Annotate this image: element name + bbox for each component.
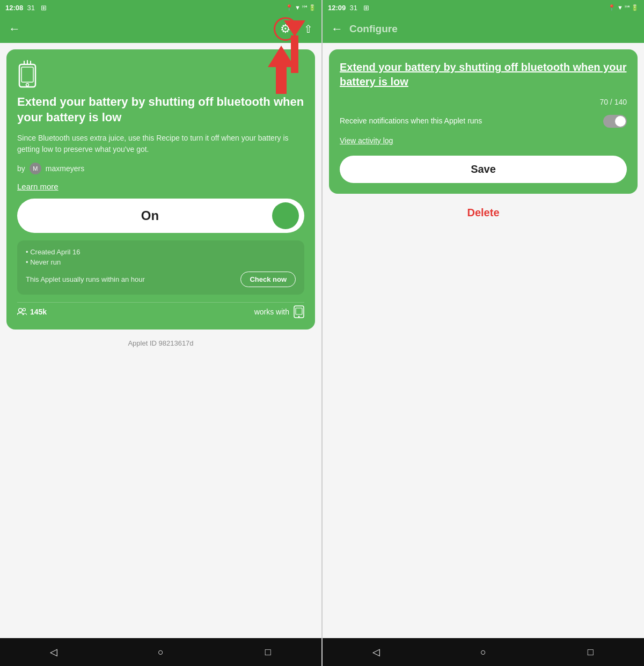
status-bar-right: 12:09 31 ⊞ 📍 ▼ ᴴ⁴ 🔋 bbox=[323, 0, 644, 15]
page-title-right: Configure bbox=[349, 23, 398, 35]
toggle-label: On bbox=[28, 208, 272, 223]
content-left: Extend your battery by shutting off blue… bbox=[0, 43, 321, 638]
content-right: Extend your battery by shutting off blue… bbox=[323, 43, 644, 638]
card-footer: 145k works with bbox=[17, 302, 304, 319]
author-prefix: by bbox=[17, 164, 25, 173]
back-button-right[interactable]: ← bbox=[331, 22, 343, 36]
status-icons-left: 📍 ▼ ᴴ⁴ 🔋 bbox=[286, 4, 316, 11]
card-title-left: Extend your battery by shutting off blue… bbox=[17, 94, 304, 125]
meta-section: • Created April 16 • Never run This Appl… bbox=[17, 240, 304, 295]
save-button[interactable]: Save bbox=[340, 156, 627, 183]
gear-icon: ⚙ bbox=[280, 22, 291, 36]
square-nav-button-right[interactable]: □ bbox=[582, 644, 598, 660]
svg-rect-12 bbox=[296, 308, 302, 314]
svg-point-13 bbox=[298, 316, 300, 318]
svg-point-10 bbox=[23, 309, 26, 311]
view-activity-link[interactable]: View activity log bbox=[340, 136, 627, 145]
nav-bar-left: ← ⚙ ⇧ bbox=[0, 15, 321, 43]
users-count: 145k bbox=[17, 308, 47, 316]
card-description: Since Bluetooth uses extra juice, use th… bbox=[17, 133, 304, 155]
share-button[interactable]: ⇧ bbox=[304, 23, 313, 35]
configure-card-title: Extend your battery by shutting off blue… bbox=[340, 60, 627, 89]
bottom-nav-left: ◁ ○ □ bbox=[0, 638, 321, 666]
bottom-nav-right: ◁ ○ □ bbox=[323, 638, 644, 666]
time-left: 12:08 bbox=[5, 4, 23, 12]
phone-icon-wrapper bbox=[17, 60, 44, 87]
toggle-on-off[interactable]: On bbox=[17, 199, 304, 233]
users-icon bbox=[17, 308, 27, 316]
svg-point-8 bbox=[26, 84, 29, 86]
applet-card-left: Extend your battery by shutting off blue… bbox=[6, 49, 315, 330]
svg-point-9 bbox=[19, 309, 23, 312]
status-icons-right: 📍 ▼ ᴴ⁴ 🔋 bbox=[608, 4, 639, 11]
notifications-row: Receive notifications when this Applet r… bbox=[340, 115, 627, 128]
author-name: maxmeyers bbox=[46, 164, 84, 173]
author-avatar: M bbox=[30, 163, 41, 174]
phone-icon bbox=[17, 60, 38, 88]
run-info-row: This Applet usually runs within an hour … bbox=[26, 272, 296, 287]
home-nav-button-right[interactable]: ○ bbox=[475, 644, 491, 660]
works-with: works with bbox=[254, 305, 304, 319]
never-run: • Never run bbox=[26, 258, 296, 266]
char-count: 70 / 140 bbox=[340, 98, 627, 106]
notifications-toggle[interactable] bbox=[603, 115, 627, 128]
svg-rect-7 bbox=[21, 67, 33, 82]
works-with-icon bbox=[294, 305, 304, 319]
toggle-circle bbox=[272, 202, 299, 229]
configure-card: Extend your battery by shutting off blue… bbox=[329, 49, 638, 194]
created-date: • Created April 16 bbox=[26, 248, 296, 256]
run-info-text: This Applet usually runs within an hour bbox=[26, 275, 240, 283]
notifications-label: Receive notifications when this Applet r… bbox=[340, 116, 603, 127]
back-nav-button-right[interactable]: ◁ bbox=[368, 644, 384, 660]
applet-id: Applet ID 98213617d bbox=[6, 335, 315, 352]
gear-button[interactable]: ⚙ bbox=[274, 17, 297, 41]
back-button-left[interactable]: ← bbox=[9, 22, 20, 36]
time-right: 12:09 bbox=[328, 4, 346, 12]
status-bar-left: 12:08 31 ⊞ 📍 ▼ ᴴ⁴ 🔋 bbox=[0, 0, 321, 15]
delete-button[interactable]: Delete bbox=[329, 199, 638, 226]
home-nav-button-left[interactable]: ○ bbox=[152, 644, 169, 660]
learn-more-link[interactable]: Learn more bbox=[17, 182, 304, 191]
nav-bar-right: ← Configure bbox=[323, 15, 644, 43]
square-nav-button-left[interactable]: □ bbox=[260, 644, 276, 660]
back-nav-button-left[interactable]: ◁ bbox=[46, 644, 62, 660]
author-row: by M maxmeyers bbox=[17, 163, 304, 174]
check-now-button[interactable]: Check now bbox=[240, 272, 296, 287]
